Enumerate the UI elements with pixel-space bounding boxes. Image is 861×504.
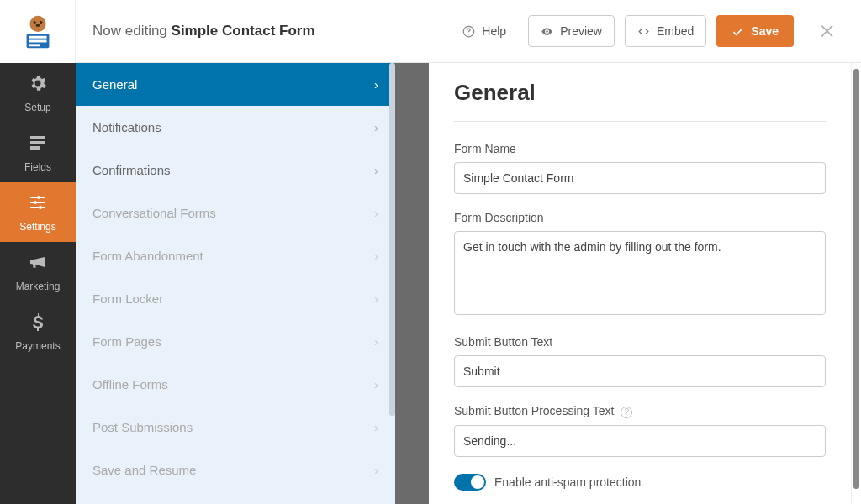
submit-processing-label: Submit Button Processing Text ?	[454, 404, 826, 418]
nav-label: Settings	[19, 221, 55, 233]
settings-item-form-abandonment[interactable]: Form Abandonment›	[76, 234, 395, 277]
nav-label: Marketing	[16, 281, 61, 292]
chevron-right-icon: ›	[374, 463, 378, 477]
form-desc-input[interactable]	[454, 231, 826, 315]
settings-item-notifications[interactable]: Notifications›	[76, 106, 395, 149]
settings-item-form-pages[interactable]: Form Pages›	[76, 320, 395, 363]
chevron-right-icon: ›	[374, 249, 378, 263]
dollar-icon	[28, 312, 48, 335]
form-name-label: Form Name	[454, 142, 826, 155]
settings-item-form-locker[interactable]: Form Locker›	[76, 277, 395, 320]
settings-item-label: Offline Forms	[92, 377, 168, 391]
settings-item-save-and-resume[interactable]: Save and Resume›	[76, 449, 395, 491]
svg-point-12	[546, 30, 548, 33]
sliders-icon	[28, 192, 48, 216]
submit-text-label: Submit Button Text	[454, 335, 826, 349]
logo	[0, 0, 76, 63]
settings-item-label: Notifications	[92, 120, 161, 134]
gutter	[395, 63, 429, 504]
chevron-right-icon: ›	[374, 163, 378, 177]
settings-item-general[interactable]: General›	[76, 63, 395, 106]
settings-item-label: Form Locker	[92, 291, 163, 306]
form-icon	[28, 133, 48, 156]
megaphone-icon	[28, 252, 48, 276]
close-icon	[818, 22, 837, 40]
chevron-right-icon: ›	[374, 377, 378, 391]
nav-setup[interactable]: Setup	[0, 63, 76, 123]
chevron-right-icon: ›	[374, 206, 378, 220]
nav-label: Setup	[24, 102, 50, 113]
chevron-right-icon: ›	[374, 420, 378, 434]
settings-item-label: Save and Resume	[92, 463, 196, 477]
settings-panel: General Form Name Form Description Submi…	[429, 63, 851, 504]
nav-fields[interactable]: Fields	[0, 123, 76, 182]
save-button[interactable]: Save	[716, 15, 794, 47]
settings-item-label: Conversational Forms	[92, 206, 216, 220]
svg-point-8	[37, 196, 40, 199]
help-button[interactable]: Help	[451, 15, 518, 47]
svg-point-2	[40, 20, 42, 23]
settings-item-confirmations[interactable]: Confirmations›	[76, 149, 395, 192]
settings-item-label: General	[92, 77, 137, 92]
form-desc-label: Form Description	[454, 211, 826, 224]
panel-scrollbar[interactable]	[853, 69, 859, 489]
svg-point-1	[33, 20, 35, 23]
antispam-label: Enable anti-spam protection	[494, 475, 641, 489]
chevron-right-icon: ›	[374, 334, 378, 349]
nav-label: Payments	[15, 340, 60, 352]
settings-item-post-submissions[interactable]: Post Submissions›	[76, 406, 395, 449]
settings-item-offline-forms[interactable]: Offline Forms›	[76, 363, 395, 406]
svg-point-9	[34, 201, 37, 204]
nav-label: Fields	[24, 161, 51, 173]
settings-item-label: Post Submissions	[92, 420, 193, 434]
nav-settings[interactable]: Settings	[0, 182, 76, 242]
settings-item-label: Form Pages	[92, 334, 161, 349]
panel-heading: General	[454, 80, 826, 122]
check-icon	[732, 25, 744, 38]
svg-point-10	[39, 206, 42, 209]
nav-payments[interactable]: Payments	[0, 302, 76, 361]
help-icon	[462, 25, 475, 38]
svg-point-3	[35, 24, 40, 26]
svg-point-11	[468, 33, 470, 34]
topbar: Now editing Simple Contact Form Help Pre…	[76, 0, 861, 63]
settings-item-label: Confirmations	[92, 163, 171, 177]
wpforms-logo-icon	[17, 11, 59, 53]
nav-marketing[interactable]: Marketing	[0, 242, 76, 302]
close-button[interactable]	[811, 22, 844, 40]
submit-text-input[interactable]	[454, 355, 826, 387]
chevron-right-icon: ›	[374, 77, 378, 92]
scrollbar[interactable]	[389, 63, 395, 416]
right-edge	[851, 63, 861, 504]
svg-rect-6	[29, 39, 46, 42]
antispam-toggle[interactable]	[454, 474, 486, 491]
preview-button[interactable]: Preview	[528, 15, 615, 47]
chevron-right-icon: ›	[374, 120, 378, 134]
svg-rect-5	[29, 35, 46, 38]
submit-processing-input[interactable]	[454, 425, 826, 457]
eye-icon	[541, 25, 553, 38]
chevron-right-icon: ›	[374, 291, 378, 306]
page-title: Now editing Simple Contact Form	[92, 23, 441, 39]
code-icon	[637, 25, 650, 38]
settings-menu: General›Notifications›Confirmations›Conv…	[76, 63, 395, 504]
settings-item-label: Form Abandonment	[92, 249, 203, 263]
form-name-input[interactable]	[454, 162, 826, 194]
svg-rect-7	[29, 44, 40, 46]
gear-icon	[28, 73, 48, 97]
svg-point-0	[29, 15, 45, 31]
left-nav: Setup Fields Settings Marketing Payments	[0, 0, 76, 504]
settings-item-conversational-forms[interactable]: Conversational Forms›	[76, 192, 395, 234]
embed-button[interactable]: Embed	[625, 15, 706, 47]
help-icon[interactable]: ?	[621, 407, 632, 418]
